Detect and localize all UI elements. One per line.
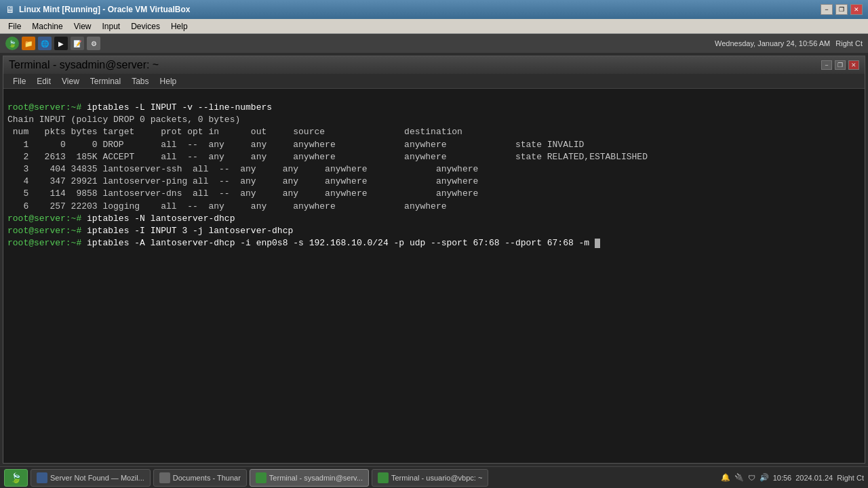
taskbar-item-thunar[interactable]: Documents - Thunar <box>153 469 247 487</box>
files-icon[interactable]: 📁 <box>22 37 35 50</box>
taskbar-item-firefox[interactable]: Server Not Found — Mozil... <box>31 469 151 487</box>
terminal-title: Terminal - sysadmin@server: ~ <box>9 59 159 71</box>
terminal-minimize-button[interactable]: − <box>821 60 832 70</box>
vbox-titlebar-left: 🖥 Linux Mint [Running] - Oracle VM Virtu… <box>5 4 190 15</box>
vbox-window: 🖥 Linux Mint [Running] - Oracle VM Virtu… <box>0 0 868 488</box>
vbox-menu-help[interactable]: Help <box>165 20 193 33</box>
terminal-titlebar: Terminal - sysadmin@server: ~ − ❐ ✕ <box>3 56 865 74</box>
terminal-line-8: 5 114 9858 lantoserver-dns all -- any an… <box>7 188 478 199</box>
terminal-restore-button[interactable]: ❐ <box>835 60 846 70</box>
taskbar-label-terminal-usuario: Terminal - usuario@vbpc: ~ <box>391 474 482 482</box>
terminal-line-3: num pkts bytes target prot opt in out so… <box>7 127 510 137</box>
taskbar-time: 10:56 <box>773 474 792 482</box>
terminal-controls: − ❐ ✕ <box>821 60 859 70</box>
taskbar-rightct: Right Ct <box>837 474 864 482</box>
firefox-icon <box>37 472 47 483</box>
topbar-datetime: Wednesday, January 24, 10:56 AM <box>715 39 830 47</box>
terminal-menu-view[interactable]: View <box>56 75 85 87</box>
vbox-menu-input[interactable]: Input <box>97 20 126 33</box>
terminal-menu-file[interactable]: File <box>7 75 31 87</box>
terminal-line-11: root@server:~# iptables -I INPUT 3 -j la… <box>7 226 293 236</box>
terminal-line-5: 2 2613 185K ACCEPT all -- any any anywhe… <box>7 152 648 162</box>
terminal-menu-help[interactable]: Help <box>155 75 182 87</box>
terminal-line-7: 4 347 29921 lantoserver-ping all -- any … <box>7 176 478 186</box>
taskbar-label-thunar: Documents - Thunar <box>173 474 241 482</box>
taskbar-label-terminal-sysadmin: Terminal - sysadmin@serv... <box>269 474 363 482</box>
taskbar-network-icon: 🔌 <box>734 473 744 482</box>
linux-topbar: 🍃 📁 🌐 ▶ 📝 ⚙ Wednesday, January 24, 10:56… <box>0 34 868 53</box>
taskbar-volume-icon: 🔊 <box>760 473 769 482</box>
vbox-menu-view[interactable]: View <box>68 20 97 33</box>
taskbar-notification-icon: 🔔 <box>721 473 730 482</box>
terminal-line-9: 6 257 22203 logging all -- any any anywh… <box>7 201 447 211</box>
vbox-menu-machine[interactable]: Machine <box>26 20 68 33</box>
terminal-cursor <box>595 239 600 248</box>
topbar-rightct: Right Ct <box>835 39 863 47</box>
linux-taskbar: 🍃 Server Not Found — Mozil... Documents … <box>0 466 868 488</box>
terminal-line-12: root@server:~# iptables -A lantoserver-d… <box>7 238 600 248</box>
vbox-menu-file[interactable]: File <box>3 20 26 33</box>
taskbar-item-terminal-usuario[interactable]: Terminal - usuario@vbpc: ~ <box>372 469 488 487</box>
terminal-menubar: File Edit View Terminal Tabs Help <box>3 74 865 89</box>
taskbar-item-terminal-sysadmin[interactable]: Terminal - sysadmin@serv... <box>250 469 369 487</box>
taskbar-right: 🔔 🔌 🛡 🔊 10:56 2024.01.24 Right Ct <box>721 473 864 482</box>
terminal-output[interactable]: root@server:~# iptables -L INPUT -v --li… <box>3 89 865 463</box>
terminal-menu-terminal[interactable]: Terminal <box>85 75 126 87</box>
text-editor-icon[interactable]: 📝 <box>71 37 84 50</box>
taskbar-label-firefox: Server Not Found — Mozil... <box>50 474 144 482</box>
terminal-line-6: 3 404 34835 lantoserver-ssh all -- any a… <box>7 164 478 174</box>
vbox-titlebar: 🖥 Linux Mint [Running] - Oracle VM Virtu… <box>0 0 868 19</box>
vbox-title: Linux Mint [Running] - Oracle VM Virtual… <box>19 5 190 14</box>
linux-guest-content: 🍃 📁 🌐 ▶ 📝 ⚙ Wednesday, January 24, 10:56… <box>0 34 868 488</box>
taskbar-shield-icon: 🛡 <box>748 474 755 482</box>
terminal-menu-tabs[interactable]: Tabs <box>126 75 154 87</box>
vbox-menu-devices[interactable]: Devices <box>125 20 165 33</box>
terminal-line-10: root@server:~# iptables -N lantoserver-d… <box>7 214 235 224</box>
terminal-icon[interactable]: ▶ <box>54 37 68 50</box>
linux-topbar-left: 🍃 📁 🌐 ▶ 📝 ⚙ <box>5 37 100 50</box>
vbox-restore-button[interactable]: ❐ <box>835 4 848 15</box>
terminal-sysadmin-icon <box>256 472 267 483</box>
taskbar-item-start[interactable]: 🍃 <box>4 469 28 487</box>
terminal-window: Terminal - sysadmin@server: ~ − ❐ ✕ File… <box>3 56 865 464</box>
taskbar-date: 2024.01.24 <box>795 474 833 482</box>
thunar-icon <box>159 472 170 483</box>
linux-topbar-right: Wednesday, January 24, 10:56 AM Right Ct <box>715 39 863 47</box>
mint-menu-icon[interactable]: 🍃 <box>5 37 19 50</box>
vbox-minimize-button[interactable]: − <box>821 4 833 15</box>
terminal-close-button[interactable]: ✕ <box>848 60 859 70</box>
terminal-line-2: Chain INPUT (policy DROP 0 packets, 0 by… <box>7 115 240 125</box>
terminal-usuario-icon <box>378 472 389 483</box>
settings-icon[interactable]: ⚙ <box>87 37 100 50</box>
vbox-titlebar-controls: − ❐ ✕ <box>821 4 863 15</box>
vbox-close-button[interactable]: ✕ <box>850 4 863 15</box>
terminal-menu-edit[interactable]: Edit <box>31 75 56 87</box>
browser-icon[interactable]: 🌐 <box>38 37 52 50</box>
terminal-line-4: 1 0 0 DROP all -- any any anywhere anywh… <box>7 140 584 150</box>
vbox-menubar: File Machine View Input Devices Help <box>0 19 868 34</box>
terminal-line-1: root@server:~# iptables -L INPUT -v --li… <box>7 102 272 113</box>
